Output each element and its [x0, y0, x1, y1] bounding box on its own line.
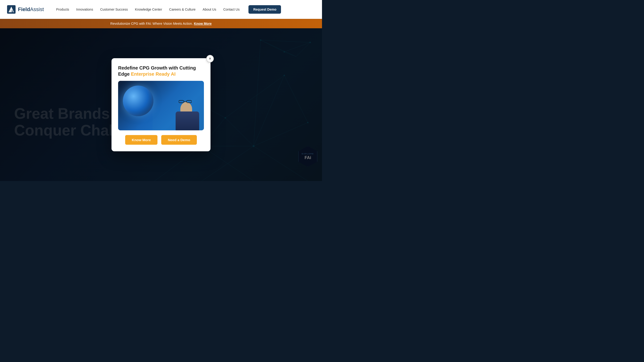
request-demo-button[interactable]: Request Demo: [248, 5, 281, 14]
logo-icon: [7, 5, 16, 14]
modal-need-demo-button[interactable]: Need a Demo: [161, 135, 197, 145]
modal-title-highlight: Enterprise Ready AI: [131, 72, 176, 76]
modal-know-more-button[interactable]: Know More: [125, 135, 158, 145]
modal-person-glasses: [179, 100, 192, 103]
modal-close-button[interactable]: ×: [206, 55, 214, 62]
modal-buttons: Know More Need a Demo: [118, 135, 204, 145]
banner-text: Revolutionize CPG with FAi: Where Vision…: [110, 22, 193, 26]
header: FieldAssist Products Innovations Custome…: [0, 0, 322, 19]
modal-title: Redefine CPG Growth with Cutting Edge En…: [118, 65, 204, 77]
nav-careers-culture[interactable]: Careers & Culture: [166, 6, 198, 13]
nav-products[interactable]: Products: [53, 6, 72, 13]
nav-innovations[interactable]: Innovations: [73, 6, 96, 13]
main-nav: Products Innovations Customer Success Kn…: [53, 5, 315, 14]
announcement-banner: Revolutionize CPG with FAi: Where Vision…: [0, 19, 322, 28]
modal-image-globe: [123, 86, 154, 116]
nav-customer-success[interactable]: Customer Success: [97, 6, 130, 13]
svg-rect-36: [179, 100, 184, 103]
modal-person-body: [176, 112, 199, 130]
banner-know-more-link[interactable]: Know More: [194, 22, 212, 26]
svg-rect-37: [186, 100, 192, 103]
modal-backdrop: × Redefine CPG Growth with Cutting Edge …: [0, 28, 322, 181]
logo[interactable]: FieldAssist: [7, 5, 44, 14]
nav-about-us[interactable]: About Us: [200, 6, 219, 13]
nav-contact-us[interactable]: Contact Us: [220, 6, 242, 13]
hero-section: Great Brands Conquer Challe... × Redefin…: [0, 28, 322, 181]
logo-text: FieldAssist: [18, 6, 44, 12]
nav-knowledge-center[interactable]: Knowledge Center: [132, 6, 165, 13]
promo-modal: × Redefine CPG Growth with Cutting Edge …: [112, 58, 210, 151]
modal-image: [118, 81, 204, 130]
